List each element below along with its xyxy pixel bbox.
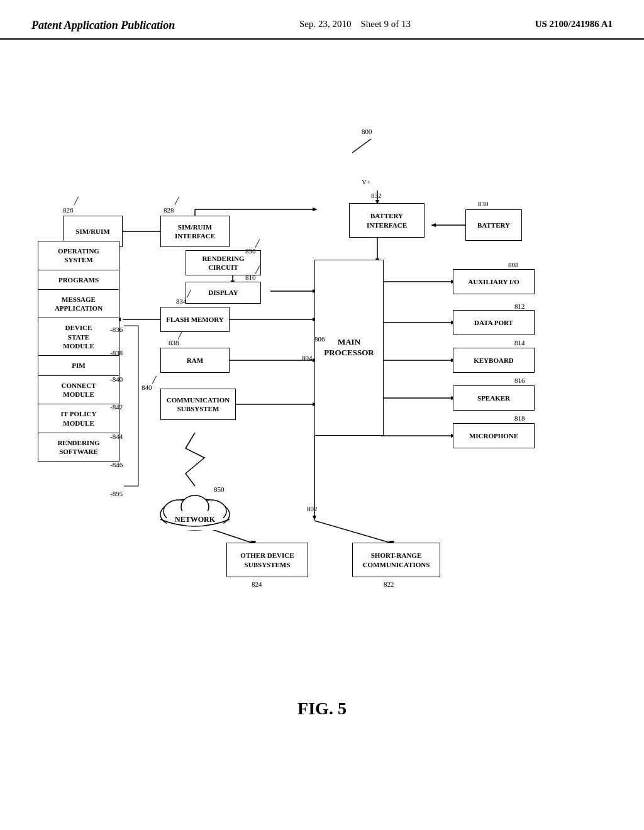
ref-vplus: V+ [362, 178, 370, 185]
diagram-area: 800 V+ SIM/RUIM 826 ╱ SIM/RUIMINTERFACE … [0, 46, 644, 738]
main-processor-box: MAINPROCESSOR [314, 260, 384, 436]
stack-item-pim: PIM [38, 356, 119, 375]
ref-826: 826 [63, 206, 74, 214]
stack-item-it-policy: IT POLICYMODULE [38, 404, 119, 433]
ref-806: 806 [314, 335, 325, 343]
ref-836: -836 [110, 326, 123, 333]
ref-802: 802 [307, 505, 318, 512]
battery-interface-box: BATTERYINTERFACE [349, 203, 425, 238]
ref-844: -844 [110, 433, 123, 440]
patent-number: US 2100/241986 A1 [535, 19, 613, 30]
stack-item-rendering-sw: RENDERINGSOFTWARE [38, 433, 119, 462]
ref-842: -842 [110, 403, 123, 411]
data-port-box: DATA PORT [453, 310, 535, 335]
ref-834-line: ╱ [187, 290, 191, 298]
battery-box: BATTERY [465, 209, 522, 241]
ref-810-line: ╱ [255, 266, 260, 274]
ref-838b: -838 [110, 349, 123, 357]
ref-832: 832 [371, 192, 382, 199]
svg-marker-6 [313, 208, 318, 211]
ref-812: 812 [514, 302, 525, 310]
ref-804: 804 [302, 354, 313, 362]
ref-840b: -840 [110, 375, 123, 383]
stack-item-message: MESSAGEAPPLICATION [38, 290, 119, 319]
stack-item-programs: PROGRAMS [38, 270, 119, 290]
ref-818: 818 [514, 414, 525, 422]
microphone-box: MICROPHONE [453, 423, 535, 448]
stack-item-device-state: DEVICESTATEMODULE [38, 318, 119, 356]
ref-890: 890 [245, 247, 256, 255]
ref-895: -895 [110, 490, 123, 497]
ref-850: 850 [214, 485, 296, 493]
ref-808: 808 [508, 261, 519, 268]
ref-838-line: ╱ [178, 331, 182, 340]
ref-822: 822 [384, 580, 394, 588]
svg-marker-40 [313, 516, 316, 521]
ref-840-line: ╱ [152, 376, 157, 384]
ref-824: 824 [252, 580, 262, 588]
header-center: Sep. 23, 2010 Sheet 9 of 13 [299, 19, 411, 30]
stack-item-connect: CONNECTMODULE [38, 376, 119, 405]
speaker-box: SPEAKER [453, 385, 535, 411]
svg-line-43 [314, 521, 390, 543]
ref-840: 840 [142, 384, 152, 391]
ref-838: 838 [169, 339, 179, 346]
keyboard-box: KEYBOARD [453, 348, 535, 373]
svg-text:NETWORK: NETWORK [175, 515, 216, 524]
ref-828: 828 [164, 206, 174, 214]
network-cloud: NETWORK 850 [154, 483, 236, 543]
comm-subsystem-box: COMMUNICATIONSUBSYSTEM [160, 389, 236, 420]
figure-caption: FIG. 5 [0, 699, 644, 719]
display-box: DISPLAY [186, 282, 261, 304]
ref-834: 834 [176, 297, 187, 305]
ram-box: RAM [160, 348, 230, 373]
left-stack: OPERATINGSYSTEM PROGRAMS MESSAGEAPPLICAT… [38, 241, 119, 462]
short-range-box: SHORT-RANGECOMMUNICATIONS [352, 543, 440, 577]
ref-816: 816 [514, 377, 525, 384]
ref-814: 814 [514, 339, 525, 346]
other-device-box: OTHER DEVICESUBSYSTEMS [226, 543, 308, 577]
publication-title: Patent Application Publication [31, 19, 175, 32]
ref-800: 800 [362, 128, 372, 135]
flash-memory-box: FLASH MEMORY [160, 307, 230, 332]
ref-810: 810 [245, 274, 256, 281]
sim-ruim-interface-box: SIM/RUIMINTERFACE [160, 216, 230, 247]
ref-846: -846 [110, 461, 123, 468]
ref-890-line: ╱ [255, 240, 260, 248]
page-header: Patent Application Publication Sep. 23, … [0, 0, 644, 40]
ref-830: 830 [478, 200, 489, 208]
stack-item-os: OPERATINGSYSTEM [38, 241, 119, 270]
ref-826-line: ╱ [74, 197, 79, 205]
ref-828-line: ╱ [175, 197, 179, 205]
svg-marker-10 [431, 223, 436, 227]
svg-line-0 [352, 139, 371, 153]
auxiliary-io-box: AUXILIARY I/O [453, 269, 535, 294]
